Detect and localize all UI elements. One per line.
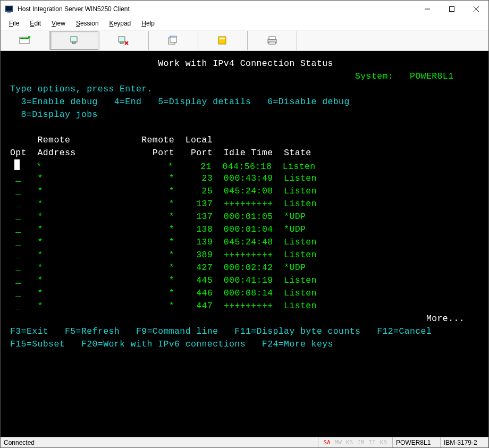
menu-session[interactable]: Session: [72, 19, 103, 28]
close-button[interactable]: [464, 1, 488, 17]
terminal-emulator[interactable]: Work with IPv4 Connection Status System:…: [1, 51, 488, 437]
menu-help[interactable]: Help: [137, 19, 159, 28]
toolbar-btn-5[interactable]: [199, 31, 247, 50]
minimize-button[interactable]: [415, 1, 440, 17]
svg-rect-16: [120, 42, 123, 44]
menu-view[interactable]: View: [47, 19, 70, 28]
status-connection: Connected: [1, 437, 318, 447]
toolbar-btn-3[interactable]: [100, 31, 148, 50]
menu-file[interactable]: File: [5, 19, 23, 28]
window-title: Host Integration Server WIN5250 Client: [18, 5, 415, 13]
terminal-app-icon: [5, 5, 13, 13]
indicator-ii: II: [367, 439, 378, 446]
status-bar: Connected SAMWKSIMIIKB POWER8L1 IBM-3179…: [1, 437, 488, 447]
toolbar-separator: [247, 31, 248, 50]
svg-rect-9: [20, 38, 29, 39]
status-system: POWER8L1: [393, 437, 441, 447]
svg-rect-2: [8, 12, 10, 13]
svg-rect-23: [220, 38, 225, 39]
toolbar-separator: [99, 31, 99, 50]
toolbar-btn-2[interactable]: [50, 31, 98, 50]
maximize-button[interactable]: [440, 1, 464, 17]
svg-rect-1: [6, 6, 12, 11]
svg-rect-15: [119, 37, 124, 41]
svg-rect-25: [269, 37, 275, 39]
svg-rect-12: [71, 37, 77, 41]
title-bar: Host Integration Server WIN5250 Client: [1, 1, 488, 17]
status-indicators: SAMWKSIMIIKB: [318, 437, 393, 447]
toolbar-separator: [148, 31, 149, 50]
indicator-sa: SA: [322, 439, 333, 446]
svg-rect-3: [7, 12, 11, 13]
svg-rect-13: [72, 42, 75, 44]
indicator-ks: KS: [344, 439, 355, 446]
menu-edit[interactable]: Edit: [26, 19, 45, 28]
status-device: IBM-3179-2: [441, 437, 488, 447]
toolbar-separator: [297, 31, 297, 50]
app-window: Host Integration Server WIN5250 Client F…: [0, 0, 489, 448]
indicator-im: IM: [355, 439, 366, 446]
indicator-kb: KB: [378, 439, 389, 446]
indicator-mw: MW: [333, 439, 344, 446]
toolbar: [1, 30, 488, 51]
toolbar-btn-6[interactable]: [248, 31, 296, 50]
toolbar-separator: [49, 31, 50, 50]
toolbar-btn-1[interactable]: [1, 31, 49, 50]
toolbar-separator: [198, 31, 198, 50]
toolbar-btn-4[interactable]: [149, 31, 197, 50]
svg-rect-10: [28, 36, 30, 38]
menu-keypad[interactable]: Keypad: [105, 19, 136, 28]
svg-rect-21: [171, 37, 176, 38]
svg-rect-26: [269, 42, 275, 44]
menu-bar: FileEditViewSessionKeypadHelp: [1, 17, 488, 30]
svg-rect-5: [450, 6, 454, 11]
